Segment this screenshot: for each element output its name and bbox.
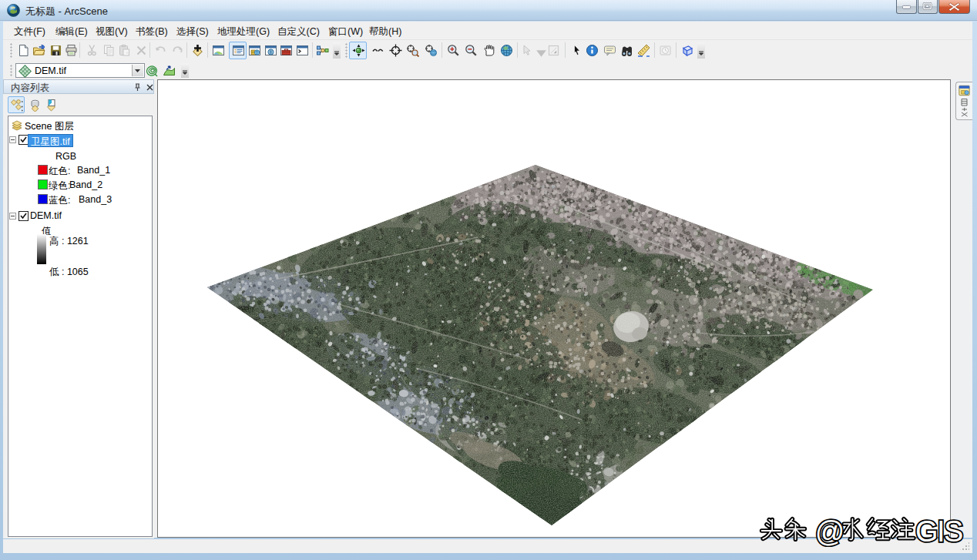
svg-text:GIS: GIS [915,515,962,547]
svg-text:@: @ [815,515,845,547]
